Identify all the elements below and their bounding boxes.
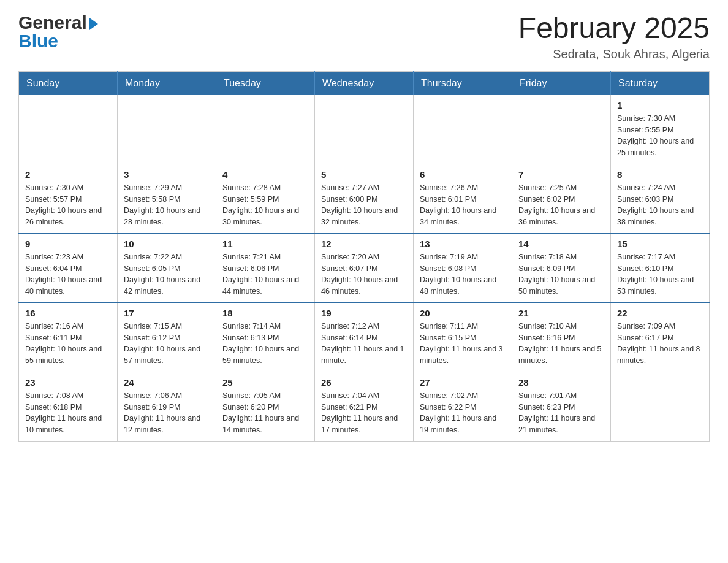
calendar-day-cell: 28Sunrise: 7:01 AMSunset: 6:23 PMDayligh… [512, 372, 611, 441]
day-info: Sunrise: 7:17 AMSunset: 6:10 PMDaylight:… [617, 251, 703, 297]
calendar-week-row: 16Sunrise: 7:16 AMSunset: 6:11 PMDayligh… [19, 302, 710, 372]
calendar-day-cell: 12Sunrise: 7:20 AMSunset: 6:07 PMDayligh… [315, 233, 414, 302]
calendar-day-cell: 5Sunrise: 7:27 AMSunset: 6:00 PMDaylight… [315, 164, 414, 233]
calendar-day-cell [118, 95, 216, 164]
calendar-day-cell: 16Sunrise: 7:16 AMSunset: 6:11 PMDayligh… [19, 302, 118, 372]
calendar-day-cell: 22Sunrise: 7:09 AMSunset: 6:17 PMDayligh… [611, 302, 710, 372]
calendar-day-cell: 19Sunrise: 7:12 AMSunset: 6:14 PMDayligh… [315, 302, 414, 372]
calendar-day-cell: 4Sunrise: 7:28 AMSunset: 5:59 PMDaylight… [216, 164, 315, 233]
day-number: 5 [321, 169, 407, 180]
calendar-header-row: SundayMondayTuesdayWednesdayThursdayFrid… [19, 71, 710, 95]
calendar-day-cell: 27Sunrise: 7:02 AMSunset: 6:22 PMDayligh… [414, 372, 512, 441]
day-info: Sunrise: 7:24 AMSunset: 6:03 PMDaylight:… [617, 182, 703, 228]
day-number: 27 [420, 377, 506, 388]
day-number: 20 [420, 308, 506, 318]
day-of-week-header: Tuesday [216, 71, 315, 95]
day-info: Sunrise: 7:16 AMSunset: 6:11 PMDaylight:… [25, 321, 111, 367]
day-info: Sunrise: 7:14 AMSunset: 6:13 PMDaylight:… [222, 321, 308, 367]
day-number: 25 [222, 377, 308, 388]
day-info: Sunrise: 7:06 AMSunset: 6:19 PMDaylight:… [124, 390, 210, 436]
day-info: Sunrise: 7:15 AMSunset: 6:12 PMDaylight:… [124, 321, 210, 367]
calendar-week-row: 2Sunrise: 7:30 AMSunset: 5:57 PMDaylight… [19, 164, 710, 233]
day-info: Sunrise: 7:30 AMSunset: 5:55 PMDaylight:… [617, 113, 703, 159]
calendar-day-cell: 17Sunrise: 7:15 AMSunset: 6:12 PMDayligh… [118, 302, 216, 372]
calendar-day-cell: 18Sunrise: 7:14 AMSunset: 6:13 PMDayligh… [216, 302, 315, 372]
day-info: Sunrise: 7:12 AMSunset: 6:14 PMDaylight:… [321, 321, 407, 367]
day-number: 18 [222, 308, 308, 318]
day-number: 11 [222, 239, 308, 249]
title-area: February 2025 Sedrata, Souk Ahras, Alger… [518, 12, 710, 61]
calendar-day-cell: 1Sunrise: 7:30 AMSunset: 5:55 PMDaylight… [611, 95, 710, 164]
day-info: Sunrise: 7:11 AMSunset: 6:15 PMDaylight:… [420, 321, 506, 367]
day-of-week-header: Sunday [19, 71, 118, 95]
day-of-week-header: Saturday [611, 71, 710, 95]
calendar-week-row: 1Sunrise: 7:30 AMSunset: 5:55 PMDaylight… [19, 95, 710, 164]
day-info: Sunrise: 7:05 AMSunset: 6:20 PMDaylight:… [222, 390, 308, 436]
day-info: Sunrise: 7:23 AMSunset: 6:04 PMDaylight:… [25, 251, 111, 297]
day-of-week-header: Friday [512, 71, 611, 95]
calendar-day-cell: 26Sunrise: 7:04 AMSunset: 6:21 PMDayligh… [315, 372, 414, 441]
day-number: 19 [321, 308, 407, 318]
day-info: Sunrise: 7:08 AMSunset: 6:18 PMDaylight:… [25, 390, 111, 436]
day-number: 1 [617, 100, 703, 110]
day-number: 24 [124, 377, 210, 388]
day-number: 26 [321, 377, 407, 388]
day-number: 4 [222, 169, 308, 180]
calendar-day-cell: 3Sunrise: 7:29 AMSunset: 5:58 PMDaylight… [118, 164, 216, 233]
calendar-day-cell: 6Sunrise: 7:26 AMSunset: 6:01 PMDaylight… [414, 164, 512, 233]
calendar-day-cell: 8Sunrise: 7:24 AMSunset: 6:03 PMDaylight… [611, 164, 710, 233]
calendar-day-cell [19, 95, 118, 164]
logo: General Blue [18, 12, 98, 52]
month-title: February 2025 [518, 12, 710, 45]
day-info: Sunrise: 7:21 AMSunset: 6:06 PMDaylight:… [222, 251, 308, 297]
calendar-day-cell: 7Sunrise: 7:25 AMSunset: 6:02 PMDaylight… [512, 164, 611, 233]
calendar-day-cell: 11Sunrise: 7:21 AMSunset: 6:06 PMDayligh… [216, 233, 315, 302]
day-of-week-header: Monday [118, 71, 216, 95]
day-number: 12 [321, 239, 407, 249]
calendar-table: SundayMondayTuesdayWednesdayThursdayFrid… [18, 71, 710, 442]
logo-general-text: General [18, 12, 87, 33]
calendar-week-row: 9Sunrise: 7:23 AMSunset: 6:04 PMDaylight… [19, 233, 710, 302]
day-number: 22 [617, 308, 703, 318]
day-info: Sunrise: 7:27 AMSunset: 6:00 PMDaylight:… [321, 182, 407, 228]
day-info: Sunrise: 7:20 AMSunset: 6:07 PMDaylight:… [321, 251, 407, 297]
calendar-day-cell: 25Sunrise: 7:05 AMSunset: 6:20 PMDayligh… [216, 372, 315, 441]
logo-arrow-icon [89, 18, 98, 30]
day-number: 28 [518, 377, 604, 388]
day-info: Sunrise: 7:22 AMSunset: 6:05 PMDaylight:… [124, 251, 210, 297]
calendar-day-cell [611, 372, 710, 441]
calendar-day-cell: 21Sunrise: 7:10 AMSunset: 6:16 PMDayligh… [512, 302, 611, 372]
logo-blue-text: Blue [18, 31, 58, 52]
day-number: 6 [420, 169, 506, 180]
calendar-day-cell: 13Sunrise: 7:19 AMSunset: 6:08 PMDayligh… [414, 233, 512, 302]
day-info: Sunrise: 7:25 AMSunset: 6:02 PMDaylight:… [518, 182, 604, 228]
day-number: 16 [25, 308, 111, 318]
location-subtitle: Sedrata, Souk Ahras, Algeria [518, 47, 710, 61]
day-info: Sunrise: 7:29 AMSunset: 5:58 PMDaylight:… [124, 182, 210, 228]
day-number: 21 [518, 308, 604, 318]
day-number: 15 [617, 239, 703, 249]
day-info: Sunrise: 7:19 AMSunset: 6:08 PMDaylight:… [420, 251, 506, 297]
day-number: 10 [124, 239, 210, 249]
day-info: Sunrise: 7:28 AMSunset: 5:59 PMDaylight:… [222, 182, 308, 228]
calendar-day-cell: 15Sunrise: 7:17 AMSunset: 6:10 PMDayligh… [611, 233, 710, 302]
day-number: 13 [420, 239, 506, 249]
day-info: Sunrise: 7:09 AMSunset: 6:17 PMDaylight:… [617, 321, 703, 367]
calendar-day-cell: 10Sunrise: 7:22 AMSunset: 6:05 PMDayligh… [118, 233, 216, 302]
day-of-week-header: Thursday [414, 71, 512, 95]
day-info: Sunrise: 7:04 AMSunset: 6:21 PMDaylight:… [321, 390, 407, 436]
day-info: Sunrise: 7:02 AMSunset: 6:22 PMDaylight:… [420, 390, 506, 436]
day-number: 17 [124, 308, 210, 318]
day-number: 23 [25, 377, 111, 388]
day-number: 2 [25, 169, 111, 180]
calendar-day-cell [414, 95, 512, 164]
day-info: Sunrise: 7:26 AMSunset: 6:01 PMDaylight:… [420, 182, 506, 228]
calendar-day-cell: 2Sunrise: 7:30 AMSunset: 5:57 PMDaylight… [19, 164, 118, 233]
calendar-day-cell: 24Sunrise: 7:06 AMSunset: 6:19 PMDayligh… [118, 372, 216, 441]
calendar-day-cell [512, 95, 611, 164]
day-info: Sunrise: 7:01 AMSunset: 6:23 PMDaylight:… [518, 390, 604, 436]
calendar-day-cell [216, 95, 315, 164]
calendar-day-cell: 20Sunrise: 7:11 AMSunset: 6:15 PMDayligh… [414, 302, 512, 372]
day-number: 3 [124, 169, 210, 180]
calendar-day-cell: 14Sunrise: 7:18 AMSunset: 6:09 PMDayligh… [512, 233, 611, 302]
